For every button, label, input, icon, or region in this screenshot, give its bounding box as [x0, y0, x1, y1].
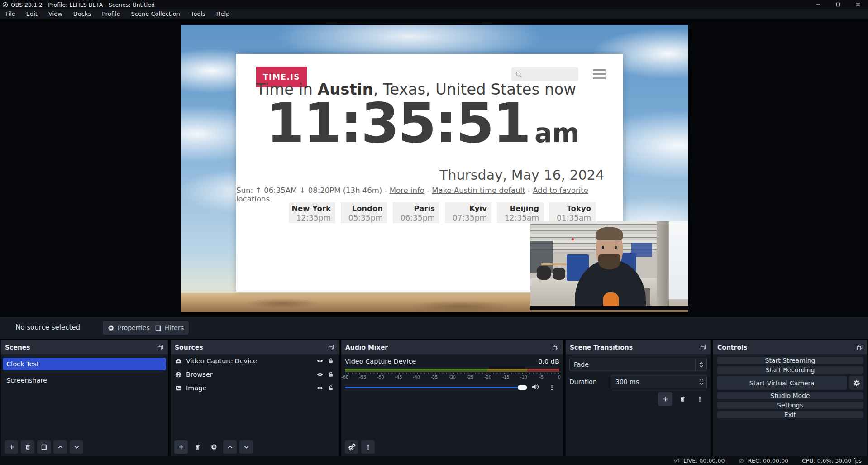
remove-scene-button[interactable]: [21, 440, 34, 454]
close-button[interactable]: [848, 0, 868, 9]
main-canvas-area: TIME.IS Time in Austin, Texas, United St…: [0, 19, 868, 317]
source-item-browser[interactable]: Browser: [171, 368, 339, 381]
start-recording-button[interactable]: Start Recording: [717, 366, 863, 374]
exit-button[interactable]: Exit: [717, 411, 863, 418]
studio-mode-button[interactable]: Studio Mode: [717, 392, 863, 399]
properties-button[interactable]: Properties: [103, 321, 155, 335]
dots-icon: [365, 444, 372, 451]
search-icon: [515, 71, 523, 78]
move-scene-down-button[interactable]: [70, 440, 83, 454]
window-title: OBS 29.1.2 - Profile: LLHLS BETA - Scene…: [11, 1, 155, 8]
gear-icon: [853, 379, 860, 387]
remove-transition-button[interactable]: [675, 392, 690, 406]
popout-icon[interactable]: [856, 344, 863, 351]
audio-mixer-panel: Audio Mixer Video Capture Device 0.0 dB …: [341, 340, 563, 456]
lock-icon[interactable]: [328, 385, 334, 391]
scene-transitions-panel: Scene Transitions Fade Duration 300 ms: [566, 340, 711, 456]
mixer-channel-menu-button[interactable]: [546, 382, 558, 393]
maximize-button[interactable]: [828, 0, 848, 9]
camera-icon: [175, 358, 182, 364]
sources-panel: Sources Video Capture Device Browser Ima…: [171, 340, 339, 456]
move-source-up-button[interactable]: [223, 440, 237, 454]
chevron-down-icon: [243, 444, 250, 451]
speaker-icon[interactable]: [531, 383, 539, 391]
source-properties-button[interactable]: [207, 440, 220, 454]
eye-icon[interactable]: [316, 384, 324, 392]
popout-icon[interactable]: [552, 344, 559, 351]
chevron-up-icon: [699, 362, 703, 364]
start-virtual-camera-button[interactable]: Start Virtual Camera: [717, 376, 847, 390]
menu-tools[interactable]: Tools: [186, 9, 211, 19]
city-box: New York12:35pm: [289, 202, 335, 223]
duration-spinbox[interactable]: 300 ms: [611, 375, 707, 388]
transition-menu-button[interactable]: [692, 392, 707, 406]
scene-filters-button[interactable]: [37, 440, 51, 454]
menu-profile[interactable]: Profile: [96, 9, 125, 19]
minimize-button[interactable]: [808, 0, 828, 9]
trash-icon: [24, 444, 31, 451]
move-scene-up-button[interactable]: [53, 440, 67, 454]
start-streaming-button[interactable]: Start Streaming: [717, 357, 863, 364]
meter-tickmarks: [345, 373, 559, 374]
eye-icon[interactable]: [316, 357, 324, 364]
menu-view[interactable]: View: [43, 9, 68, 19]
settings-button[interactable]: Settings: [717, 402, 863, 409]
person-head: [596, 229, 623, 268]
plus-icon: [662, 396, 669, 403]
add-scene-button[interactable]: [5, 440, 18, 454]
city-box: Tokyo01:35am: [549, 202, 596, 223]
city-box: Paris06:35pm: [393, 202, 439, 223]
filters-button[interactable]: Filters: [150, 321, 189, 335]
transition-select[interactable]: Fade: [569, 358, 707, 371]
gear-icon: [108, 325, 114, 331]
plus-icon: [8, 444, 15, 451]
advanced-audio-button[interactable]: [345, 440, 358, 454]
volume-slider[interactable]: [345, 387, 526, 388]
scene-item-clock-test[interactable]: Clock Test: [3, 358, 166, 370]
duration-label: Duration: [569, 378, 611, 385]
title-bar: OBS 29.1.2 - Profile: LLHLS BETA - Scene…: [0, 0, 868, 9]
volume-meter: [345, 369, 559, 372]
source-item-image[interactable]: Image: [171, 381, 339, 395]
add-transition-button[interactable]: [658, 392, 672, 406]
filter-icon: [155, 325, 162, 331]
world-cities-row: New York12:35pm London05:35pm Paris06:35…: [289, 202, 596, 223]
remove-source-button[interactable]: [191, 440, 204, 454]
filter-icon: [41, 444, 48, 451]
menu-edit[interactable]: Edit: [21, 9, 43, 19]
chevron-up-icon: [227, 444, 234, 451]
scenes-panel: Scenes Clock Test Screenshare: [1, 340, 168, 456]
lock-icon[interactable]: [328, 358, 334, 364]
virtual-camera-config-button[interactable]: [849, 376, 863, 390]
plus-icon: [178, 444, 185, 451]
mixer-channel-name: Video Capture Device: [345, 358, 416, 365]
menu-help[interactable]: Help: [211, 9, 235, 19]
chevron-down-icon: [699, 365, 703, 368]
record-inactive-icon: [738, 458, 744, 464]
mixer-menu-button[interactable]: [361, 440, 375, 454]
eye-icon[interactable]: [316, 371, 324, 378]
menu-docks[interactable]: Docks: [68, 9, 96, 19]
add-source-button[interactable]: [174, 440, 188, 454]
scene-item-screenshare[interactable]: Screenshare: [3, 374, 166, 387]
hoodie-logo: [603, 292, 619, 307]
cpu-fps-stats: CPU: 0.6%, 30.00 fps: [802, 457, 862, 464]
more-info-link: More info: [390, 186, 424, 195]
menu-scene-collection[interactable]: Scene Collection: [126, 9, 186, 19]
spin-down-icon[interactable]: [699, 382, 704, 385]
popout-icon[interactable]: [157, 344, 164, 351]
volume-slider-handle[interactable]: [518, 385, 527, 390]
dots-icon: [548, 384, 555, 391]
minimize-icon: [815, 1, 821, 8]
lock-icon[interactable]: [328, 371, 334, 378]
scene-preview[interactable]: TIME.IS Time in Austin, Texas, United St…: [181, 25, 688, 312]
duration-value: 300 ms: [611, 378, 696, 385]
live-timer: LIVE: 00:00:00: [683, 457, 725, 464]
source-item-video-capture[interactable]: Video Capture Device: [171, 354, 339, 368]
popout-icon[interactable]: [328, 344, 334, 351]
gears-icon: [348, 443, 356, 451]
spin-up-icon[interactable]: [699, 378, 704, 381]
menu-file[interactable]: File: [0, 9, 21, 19]
move-source-down-button[interactable]: [239, 440, 253, 454]
popout-icon[interactable]: [700, 344, 706, 351]
